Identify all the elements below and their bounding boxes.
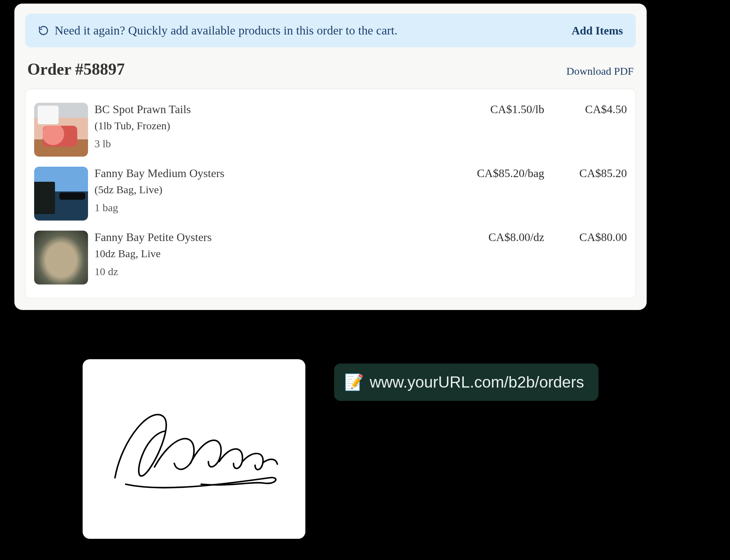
unit-price: CA$1.50/lb (444, 103, 544, 116)
product-qty: 1 bag (94, 202, 444, 214)
line-total: CA$4.50 (544, 103, 627, 116)
url-pill: 📝 www.yourURL.com/b2b/orders (334, 364, 599, 401)
order-card: Need it again? Quickly add available pro… (14, 4, 647, 310)
product-pack: (5dz Bag, Live) (94, 184, 444, 196)
banner-text: Need it again? Quickly add available pro… (55, 24, 398, 37)
product-qty: 3 lb (94, 138, 444, 150)
product-thumbnail (34, 231, 88, 284)
product-thumbnail (34, 103, 88, 157)
product-info: BC Spot Prawn Tails (1lb Tub, Frozen) 3 … (94, 103, 444, 150)
add-items-button[interactable]: Add Items (572, 24, 623, 37)
line-total: CA$85.20 (544, 167, 627, 180)
title-row: Order #58897 Download PDF (25, 60, 636, 89)
reorder-banner: Need it again? Quickly add available pro… (25, 14, 636, 47)
table-row: Fanny Bay Petite Oysters 10dz Bag, Live … (34, 226, 627, 290)
product-thumbnail (34, 167, 88, 221)
product-pack: 10dz Bag, Live (94, 247, 444, 260)
product-name: Fanny Bay Medium Oysters (94, 167, 444, 180)
url-text: www.yourURL.com/b2b/orders (370, 373, 584, 391)
download-pdf-link[interactable]: Download PDF (566, 65, 634, 77)
table-row: Fanny Bay Medium Oysters (5dz Bag, Live)… (34, 162, 627, 226)
product-name: Fanny Bay Petite Oysters (94, 231, 444, 244)
unit-price: CA$85.20/bag (444, 167, 544, 180)
signature-icon (101, 392, 287, 506)
banner-left: Need it again? Quickly add available pro… (38, 24, 572, 37)
table-row: BC Spot Prawn Tails (1lb Tub, Frozen) 3 … (34, 98, 627, 162)
line-total: CA$80.00 (544, 231, 627, 244)
line-items-table: BC Spot Prawn Tails (1lb Tub, Frozen) 3 … (25, 89, 636, 298)
product-qty: 10 dz (94, 265, 444, 278)
unit-price: CA$8.00/dz (444, 231, 544, 244)
order-title: Order #58897 (27, 60, 125, 79)
product-info: Fanny Bay Petite Oysters 10dz Bag, Live … (94, 231, 444, 278)
product-name: BC Spot Prawn Tails (94, 103, 444, 116)
product-pack: (1lb Tub, Frozen) (94, 120, 444, 132)
memo-icon: 📝 (344, 373, 364, 392)
reorder-icon (38, 25, 49, 36)
product-info: Fanny Bay Medium Oysters (5dz Bag, Live)… (94, 167, 444, 214)
signature-card (83, 359, 305, 539)
